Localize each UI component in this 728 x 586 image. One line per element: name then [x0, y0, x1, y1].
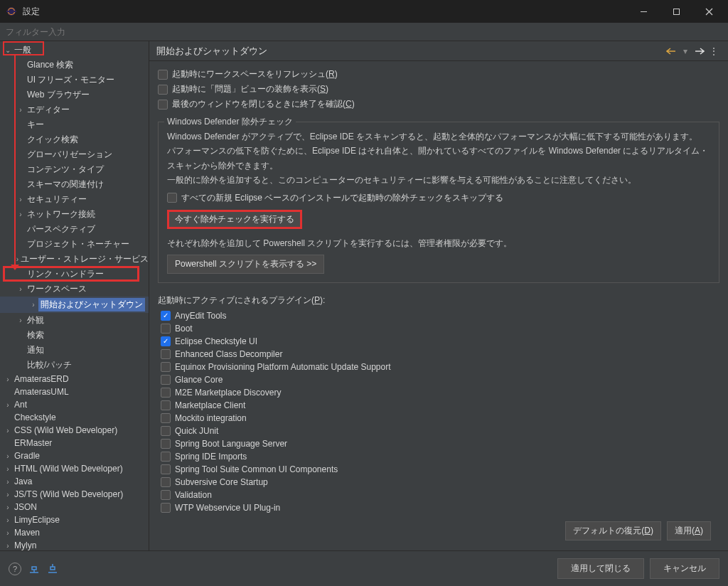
tree-item[interactable]: ›開始およびシャットダウン	[0, 297, 149, 313]
tree-item[interactable]: ›AmaterasERD	[0, 373, 149, 385]
nav-back-icon[interactable]	[664, 48, 678, 55]
tree-item[interactable]: ERMaster	[0, 437, 149, 449]
plugin-checkbox[interactable]	[161, 362, 171, 372]
plugin-checkbox[interactable]	[161, 464, 171, 474]
minimize-button[interactable]	[627, 0, 660, 23]
tree-item[interactable]: クイック検索	[0, 132, 149, 147]
restore-defaults-button[interactable]: デフォルトの復元(D)	[565, 521, 661, 540]
help-icon[interactable]: ?	[9, 563, 21, 575]
tree-item-label: クイック検索	[26, 134, 78, 146]
tree-item[interactable]: ›JSON	[0, 501, 149, 513]
tree-item[interactable]: Glance 検索	[0, 58, 149, 73]
apply-and-close-button[interactable]: 適用して閉じる	[557, 558, 644, 579]
plugin-row[interactable]: Subversive Core Startup	[161, 476, 719, 489]
tree-item[interactable]: パースペクティブ	[0, 222, 149, 237]
svg-rect-4	[673, 9, 679, 14]
tree-item[interactable]: コンテンツ・タイプ	[0, 162, 149, 177]
tree-item[interactable]: ›エディター	[0, 102, 149, 117]
plugin-row[interactable]: WTP Webservice UI Plug-in	[161, 501, 719, 514]
check-refresh[interactable]	[158, 70, 168, 80]
tree-item[interactable]: AmaterasUML	[0, 385, 149, 398]
plugin-row[interactable]: Spring Tool Suite Common UI Components	[161, 463, 719, 476]
plugin-checkbox[interactable]	[161, 413, 171, 423]
tree-item[interactable]: 検索	[0, 328, 149, 343]
plugin-row[interactable]: Glance Core	[161, 373, 719, 386]
tree-item[interactable]: UI フリーズ・モニター	[0, 73, 149, 87]
plugin-checkbox[interactable]	[161, 426, 171, 436]
tree-item[interactable]: ›Gradle	[0, 449, 149, 462]
plugin-row[interactable]: Spring Boot Language Server	[161, 437, 719, 450]
tree-item[interactable]: ›ワークスペース	[0, 282, 149, 297]
apply-button[interactable]: 適用(A)	[667, 521, 711, 540]
check-skip[interactable]	[167, 193, 177, 203]
run-exclusion-button[interactable]: 今すぐ除外チェックを実行する	[167, 210, 302, 229]
show-powershell-button[interactable]: Powershell スクリプトを表示する >>	[167, 255, 324, 274]
plugin-row[interactable]: Boot	[161, 322, 719, 335]
plugin-row[interactable]: M2E Marketplace Discovery	[161, 386, 719, 399]
plugin-checkbox[interactable]	[161, 349, 171, 359]
tree-item[interactable]: プロジェクト・ネーチャー	[0, 237, 149, 252]
nav-fwd-icon[interactable]	[692, 48, 707, 55]
tree-item[interactable]: ›Maven	[0, 526, 149, 539]
check-skip-row[interactable]: すべての新規 Eclipse ベースのインストールで起動時の除外チェックをスキッ…	[167, 191, 710, 206]
chevron-icon: ›	[16, 316, 26, 324]
plugin-label: Eclipse Checkstyle UI	[175, 336, 257, 346]
tree-item[interactable]: ›ユーザー・ストレージ・サービス	[0, 252, 149, 267]
plugin-row[interactable]: Eclipse Checkstyle UI	[161, 335, 719, 348]
check-refresh-row[interactable]: 起動時にワークスペースをリフレッシュ(R)	[158, 67, 719, 82]
defender-legend: Windows Defender 除外チェック	[164, 116, 296, 128]
plugin-row[interactable]: AnyEdit Tools	[161, 309, 719, 322]
tree-item[interactable]: スキーマの関連付け	[0, 177, 149, 192]
plugin-row[interactable]: Enhanced Class Decompiler	[161, 348, 719, 361]
plugin-row[interactable]: Spring IDE Imports	[161, 450, 719, 463]
tree-item[interactable]: ›Ant	[0, 398, 149, 411]
tree-item[interactable]: ›セキュリティー	[0, 192, 149, 207]
tree-item[interactable]: グローバリゼーション	[0, 147, 149, 162]
tree-item[interactable]: ›外観	[0, 313, 149, 328]
close-button[interactable]	[692, 0, 725, 23]
filter-input[interactable]	[0, 23, 149, 41]
plugin-checkbox[interactable]	[161, 477, 171, 487]
check-problems[interactable]	[158, 85, 168, 95]
plugin-checkbox[interactable]	[161, 375, 171, 385]
export-icon[interactable]	[47, 564, 58, 574]
plugin-row[interactable]: Equinox Provisioning Platform Automatic …	[161, 361, 719, 373]
tree-item[interactable]: ›Java	[0, 475, 149, 488]
import-icon[interactable]	[28, 564, 40, 574]
tree-item[interactable]: ›JS/TS (Wild Web Developer)	[0, 488, 149, 501]
tree-item-label: コンテンツ・タイプ	[26, 164, 104, 176]
tree-item[interactable]: ›ネットワーク接続	[0, 207, 149, 222]
plugin-checkbox[interactable]	[161, 324, 171, 334]
tree-item[interactable]: Checkstyle	[0, 411, 149, 424]
tree-item[interactable]: ›CSS (Wild Web Developer)	[0, 424, 149, 437]
check-confirm[interactable]	[158, 100, 168, 110]
plugin-row[interactable]: Validation	[161, 489, 719, 501]
cancel-button[interactable]: キャンセル	[650, 558, 719, 579]
plugin-row[interactable]: Quick JUnit	[161, 425, 719, 437]
plugin-checkbox[interactable]	[161, 336, 171, 346]
plugin-row[interactable]: Mockito integration	[161, 412, 719, 425]
plugin-checkbox[interactable]	[161, 400, 171, 410]
plugin-checkbox[interactable]	[161, 311, 171, 321]
plugin-checkbox[interactable]	[161, 503, 171, 513]
plugin-checkbox[interactable]	[161, 388, 171, 398]
tree-item[interactable]: ›LimyEclipse	[0, 513, 149, 526]
tree-item[interactable]: ›Mylyn	[0, 539, 149, 550]
plugin-checkbox[interactable]	[161, 439, 171, 449]
nav-menu-icon[interactable]: ⋮	[707, 46, 721, 56]
tree-item[interactable]: 比較/パッチ	[0, 358, 149, 373]
tree-item[interactable]: Web ブラウザー	[0, 87, 149, 102]
maximize-button[interactable]	[660, 0, 692, 23]
tree-item-label: ワークスペース	[26, 283, 87, 295]
plugin-row[interactable]: Marketplace Client	[161, 399, 719, 412]
plugin-checkbox[interactable]	[161, 452, 171, 462]
tree-item[interactable]: 通知	[0, 343, 149, 358]
chevron-icon: ›	[3, 504, 13, 511]
sidebar[interactable]: ⌄一般Glance 検索UI フリーズ・モニターWeb ブラウザー›エディターキ…	[0, 41, 149, 550]
check-problems-row[interactable]: 起動時に「問題」ビューの装飾を表示(S)	[158, 82, 719, 97]
tree-item[interactable]: ›HTML (Wild Web Developer)	[0, 462, 149, 475]
check-confirm-row[interactable]: 最後のウィンドウを閉じるときに終了を確認(C)	[158, 97, 719, 112]
nav-tree: ⌄一般Glance 検索UI フリーズ・モニターWeb ブラウザー›エディターキ…	[0, 41, 149, 550]
plugin-checkbox[interactable]	[161, 490, 171, 500]
tree-item[interactable]: キー	[0, 117, 149, 132]
